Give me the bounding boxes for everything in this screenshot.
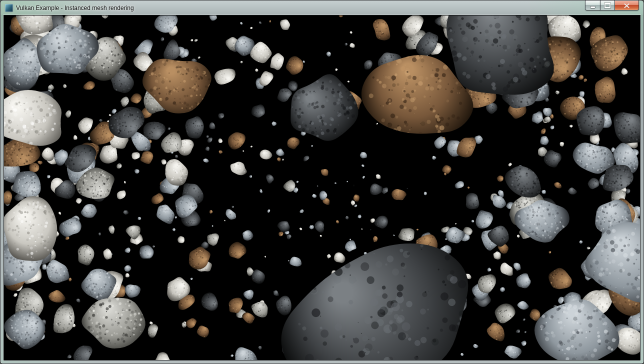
client-area (4, 15, 640, 360)
close-button[interactable] (614, 0, 639, 10)
maximize-button[interactable] (600, 0, 615, 10)
window-controls (585, 0, 639, 10)
render-viewport[interactable] (4, 16, 640, 360)
window-title: Vulkan Example - Instanced mesh renderin… (16, 4, 134, 12)
close-icon (624, 4, 630, 8)
minimize-button[interactable] (585, 0, 600, 10)
maximize-icon (604, 3, 610, 8)
minimize-icon (590, 6, 595, 8)
window: Vulkan Example - Instanced mesh renderin… (0, 0, 644, 364)
app-icon[interactable] (5, 4, 13, 12)
window-titlebar[interactable]: Vulkan Example - Instanced mesh renderin… (0, 0, 644, 15)
